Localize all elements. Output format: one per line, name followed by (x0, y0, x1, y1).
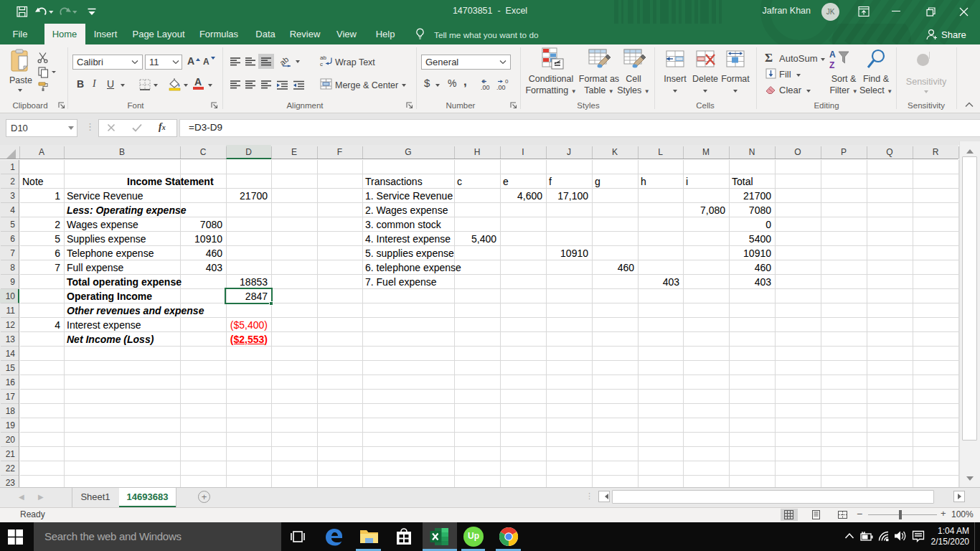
svg-text:.00: .00 (496, 84, 506, 91)
svg-text:A: A (829, 50, 836, 60)
svg-text:Z: Z (829, 60, 834, 70)
svg-text:.00: .00 (481, 84, 490, 91)
svg-text:ab: ab (320, 55, 326, 61)
svg-text:c: c (320, 61, 323, 67)
svg-text:0: 0 (505, 78, 509, 85)
